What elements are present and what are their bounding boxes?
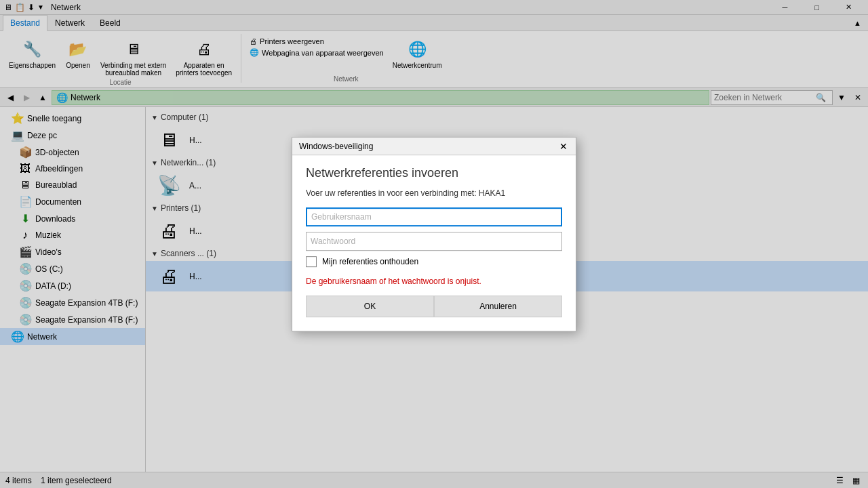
password-input[interactable] (306, 232, 562, 251)
dialog-description: Voer uw referenties in voor een verbindi… (306, 188, 562, 198)
dialog-windows-beveiliging: Windows-beveiliging ✕ Netwerkreferenties… (292, 137, 576, 331)
dialog-body: Netwerkreferenties invoeren Voer uw refe… (292, 155, 576, 331)
username-input[interactable] (306, 207, 562, 226)
cancel-button[interactable]: Annuleren (434, 296, 562, 317)
dialog-title: Windows-beveiliging (299, 142, 373, 151)
remember-checkbox[interactable] (306, 256, 317, 267)
remember-label[interactable]: Mijn referenties onthouden (322, 257, 418, 266)
dialog-close-button[interactable]: ✕ (555, 138, 572, 155)
dialog-buttons: OK Annuleren (306, 296, 562, 317)
error-message: De gebruikersnaam of het wachtwoord is o… (306, 277, 562, 286)
ok-button[interactable]: OK (306, 296, 434, 317)
dialog-titlebar: Windows-beveiliging ✕ (292, 138, 576, 155)
remember-row: Mijn referenties onthouden (306, 256, 562, 267)
dialog-heading: Netwerkreferenties invoeren (306, 166, 562, 180)
